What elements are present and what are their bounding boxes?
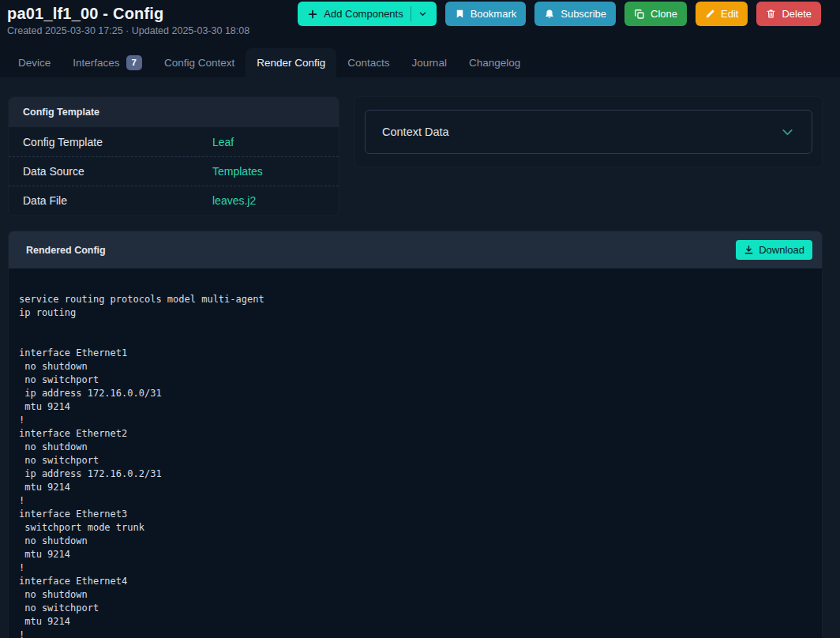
action-buttons: Add Components Bookmark Subscribe [298, 2, 821, 26]
tab-config-context[interactable]: Config Context [153, 48, 246, 77]
page-title: pa01_lf1_00 - Config [7, 5, 249, 23]
attr-label: Config Template [23, 136, 212, 148]
context-data-card: Context Data [354, 96, 823, 167]
download-icon [744, 245, 754, 255]
download-label: Download [759, 244, 804, 256]
edit-label: Edit [721, 8, 738, 20]
config-template-card-header: Config Template [9, 97, 339, 127]
subscribe-label: Subscribe [561, 8, 606, 20]
rendered-config-card: Rendered Config Download service routing… [8, 231, 823, 638]
rendered-config-header: Rendered Config Download [9, 231, 822, 268]
config-template-link[interactable]: Leaf [212, 136, 234, 148]
pencil-icon [705, 9, 715, 19]
tab-render-config[interactable]: Render Config [246, 48, 336, 77]
plus-icon [307, 9, 318, 20]
header-row: pa01_lf1_00 - Config Created 2025-03-30 … [7, 0, 821, 36]
interfaces-count-badge: 7 [126, 55, 142, 71]
tab-interfaces[interactable]: Interfaces 7 [62, 48, 153, 77]
context-data-title: Context Data [382, 126, 449, 138]
data-source-link[interactable]: Templates [212, 165, 263, 178]
data-file-link[interactable]: leaves.j2 [212, 194, 256, 207]
button-divider [411, 6, 411, 21]
tab-journal[interactable]: Journal [401, 48, 458, 77]
bookmark-label: Bookmark [471, 8, 517, 20]
table-row: Config Template Leaf [9, 127, 339, 156]
bell-icon [544, 9, 555, 20]
page-meta: Created 2025-03-30 17:25 · Updated 2025-… [7, 25, 249, 36]
clone-label: Clone [651, 8, 677, 20]
bookmark-button[interactable]: Bookmark [445, 2, 527, 26]
table-row: Data Source Templates [9, 156, 339, 186]
top-row: Config Template Config Template Leaf Dat… [8, 96, 823, 216]
chevron-down-icon [780, 125, 795, 140]
title-block: pa01_lf1_00 - Config Created 2025-03-30 … [7, 2, 249, 36]
bookmark-icon [455, 9, 465, 19]
rendered-config-title: Rendered Config [18, 245, 106, 256]
tab-changelog[interactable]: Changelog [458, 48, 531, 77]
trash-icon [766, 9, 776, 19]
subscribe-button[interactable]: Subscribe [534, 2, 616, 26]
add-components-button[interactable]: Add Components [298, 2, 436, 26]
tab-device[interactable]: Device [7, 48, 62, 77]
main-content: Config Template Config Template Leaf Dat… [0, 77, 840, 638]
tab-bar: Device Interfaces 7 Config Context Rende… [7, 48, 821, 77]
context-data-accordion-toggle[interactable]: Context Data [365, 110, 812, 154]
page: { "page": { "title": "pa01_lf1_00 - Conf… [0, 0, 840, 638]
chevron-down-icon[interactable] [418, 9, 427, 18]
rendered-config-text: service routing protocols model multi-ag… [9, 268, 822, 638]
delete-label: Delete [782, 8, 812, 20]
copy-icon [634, 9, 645, 20]
attr-label: Data Source [23, 165, 212, 178]
page-header: pa01_lf1_00 - Config Created 2025-03-30 … [0, 0, 840, 77]
tab-label: Interfaces [73, 57, 119, 69]
clone-button[interactable]: Clone [624, 2, 687, 26]
table-row: Data File leaves.j2 [9, 186, 339, 215]
tab-contacts[interactable]: Contacts [336, 48, 400, 77]
attr-label: Data File [23, 194, 212, 207]
download-button[interactable]: Download [736, 240, 812, 260]
edit-button[interactable]: Edit [696, 2, 748, 26]
add-components-label: Add Components [324, 8, 403, 20]
config-template-card: Config Template Config Template Leaf Dat… [8, 96, 339, 216]
delete-button[interactable]: Delete [756, 2, 821, 26]
